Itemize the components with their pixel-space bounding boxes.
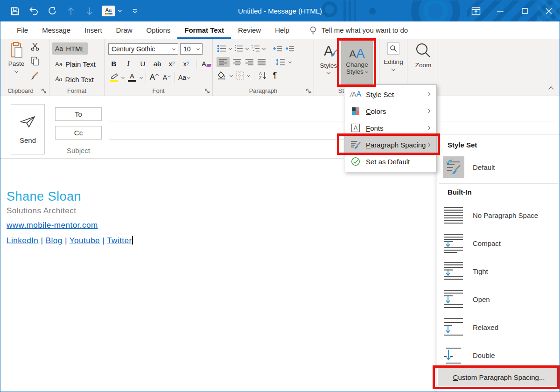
line-spacing-icon[interactable] (276, 58, 285, 66)
youtube-link[interactable]: Youtube (70, 236, 100, 245)
custom-paragraph-spacing-button[interactable]: Custom Paragraph Spacing... (438, 368, 560, 386)
to-button[interactable]: To (55, 107, 102, 121)
tab-message[interactable]: Message (35, 21, 77, 39)
tab-format-text[interactable]: Format Text (177, 21, 231, 39)
italic-button[interactable]: I (124, 58, 133, 70)
strikethrough-button[interactable]: ab (153, 58, 162, 70)
menu-item-paragraph-spacing[interactable]: Paragraph Spacing (344, 136, 436, 153)
relaxed-spacing-icon (443, 317, 464, 337)
paragraph-spacing-panel: Style Set Default Built-In No Paragraph … (437, 134, 560, 392)
editing-button[interactable]: Editing (381, 42, 406, 70)
bullets-icon[interactable] (217, 45, 226, 52)
linkedin-link[interactable]: LinkedIn (7, 236, 38, 245)
justify-button[interactable] (258, 59, 266, 65)
signature-name: Shane Sloan (7, 189, 81, 204)
redo-icon[interactable] (46, 4, 58, 18)
numbering-dropdown[interactable] (245, 47, 249, 50)
tab-review[interactable]: Review (231, 21, 268, 39)
line-spacing-dropdown[interactable] (288, 60, 292, 63)
signature-links: LinkedIn | Blog | Youtube | Twitter (7, 236, 133, 245)
change-case-button[interactable]: Aa (178, 72, 190, 83)
decrease-indent-icon[interactable] (273, 45, 282, 52)
increase-indent-icon[interactable] (285, 45, 294, 52)
format-html-button[interactable]: Aa HTML (52, 42, 88, 55)
menu-item-set-as-default[interactable]: Set as Default (344, 153, 436, 170)
signature-website-link[interactable]: www.mobile-mentor.com (7, 221, 98, 230)
minimize-icon[interactable] (493, 4, 507, 18)
shading-icon[interactable] (217, 71, 227, 80)
subscript-button[interactable]: x2 (167, 58, 176, 70)
paragraph-dialog-launcher[interactable] (306, 89, 311, 94)
borders-icon[interactable] (236, 71, 244, 80)
shrink-font-button[interactable]: A (162, 72, 171, 83)
styles-button[interactable]: A Styles (317, 41, 340, 84)
twitter-link[interactable]: Twitter (107, 236, 132, 245)
font-color-button[interactable]: A (127, 72, 137, 83)
zoom-icon (415, 42, 431, 58)
multilevel-list-icon[interactable] (251, 45, 260, 52)
paste-button[interactable]: Paste (5, 42, 28, 72)
spacing-option-relaxed[interactable]: Relaxed (437, 314, 560, 341)
spacing-option-compact[interactable]: Compact (437, 230, 560, 257)
tight-spacing-icon (443, 261, 464, 281)
cc-button[interactable]: Cc (55, 126, 102, 140)
quick-style-icon[interactable]: Aa (102, 4, 122, 18)
align-right-button[interactable] (245, 59, 254, 65)
change-styles-button[interactable]: A A Change Styles (341, 41, 373, 84)
cut-icon[interactable] (30, 42, 40, 51)
popout-icon[interactable] (469, 4, 483, 18)
colors-icon (350, 107, 361, 115)
built-in-header: Built-In (448, 188, 472, 196)
grow-font-button[interactable]: A (149, 72, 159, 83)
close-icon[interactable] (542, 4, 556, 18)
clear-formatting-button[interactable]: A (202, 58, 211, 70)
bold-button[interactable]: B (109, 58, 119, 70)
align-center-button[interactable] (233, 59, 242, 65)
tab-options[interactable]: Options (140, 21, 178, 39)
customize-qat-icon[interactable] (129, 4, 141, 18)
tab-draw[interactable]: Draw (109, 21, 140, 39)
menu-item-style-set[interactable]: /AA Style Set (344, 86, 436, 103)
numbering-icon[interactable] (234, 45, 243, 52)
pilcrow-button[interactable]: ¶ (270, 70, 280, 81)
borders-dropdown[interactable] (247, 74, 250, 77)
spacing-option-tight[interactable]: Tight (437, 258, 560, 285)
zoom-button[interactable]: Zoom (410, 42, 436, 69)
undo-icon[interactable] (28, 4, 40, 18)
to-field[interactable] (109, 121, 555, 121)
send-button[interactable]: Send (11, 104, 45, 154)
spacing-option-double[interactable]: Double (437, 342, 560, 369)
multilevel-dropdown[interactable] (262, 47, 266, 50)
format-plain-text-button[interactable]: Aa Plain Text (52, 58, 98, 70)
menu-item-fonts[interactable]: A Fonts (344, 119, 436, 136)
spacing-option-default[interactable]: Default (437, 154, 560, 180)
clipboard-dialog-launcher[interactable] (42, 89, 47, 94)
format-painter-icon[interactable] (30, 71, 40, 81)
copy-icon[interactable] (30, 56, 40, 66)
text-cursor (132, 236, 133, 245)
open-spacing-icon (443, 289, 464, 309)
bullets-dropdown[interactable] (229, 47, 232, 50)
tab-file[interactable]: File (10, 21, 35, 39)
blog-link[interactable]: Blog (46, 236, 63, 245)
save-icon[interactable] (9, 4, 21, 18)
align-left-button[interactable] (217, 57, 230, 67)
tab-insert[interactable]: Insert (77, 21, 109, 39)
maximize-icon[interactable] (518, 4, 532, 18)
tell-me-search[interactable]: Tell me what you want to do (309, 21, 408, 39)
sort-icon[interactable]: A Z (259, 71, 267, 80)
superscript-button[interactable]: x2 (182, 58, 191, 70)
menu-item-colors[interactable]: Colors (344, 103, 436, 119)
window-controls (469, 0, 556, 21)
font-family-select[interactable]: Century Gothic (108, 43, 178, 55)
collapse-ribbon-icon[interactable] (548, 86, 553, 91)
highlight-color-button[interactable] (109, 72, 119, 83)
format-rich-text-button[interactable]: Aa Rich Text (52, 73, 97, 85)
font-size-select[interactable]: 10 (180, 43, 203, 55)
spacing-option-no-paragraph-space[interactable]: No Paragraph Space (437, 202, 560, 229)
shading-dropdown[interactable] (230, 74, 233, 77)
tab-help[interactable]: Help (268, 21, 296, 39)
spacing-option-open[interactable]: Open (437, 286, 560, 313)
underline-button[interactable]: U (138, 58, 147, 70)
font-dialog-launcher[interactable] (205, 89, 210, 94)
